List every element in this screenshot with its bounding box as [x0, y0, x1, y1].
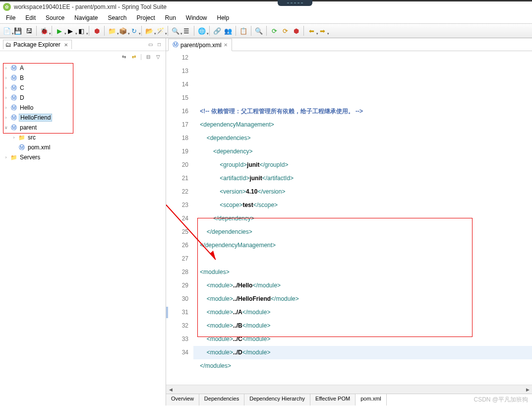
camera-notch	[278, 0, 312, 6]
tree-item-pom.xml[interactable]: Ⓜpom.xml	[0, 142, 166, 152]
task-button[interactable]: 📋	[238, 26, 248, 36]
menu-bar[interactable]: FileEditSourceNavigateSearchProjectRunWi…	[0, 12, 532, 23]
watermark: CSDN @平凡加班狗	[473, 396, 528, 404]
relaunch-button[interactable]: ⟳	[269, 26, 279, 36]
menu-run[interactable]: Run	[161, 13, 180, 22]
menu-window[interactable]: Window	[182, 13, 211, 22]
menu-file[interactable]: File	[2, 13, 19, 22]
tree-item-servers[interactable]: ›📁Servers	[0, 152, 166, 162]
search-button[interactable]: 🔍	[171, 26, 180, 36]
tool-bar[interactable]: 📄 💾 🖫 🐞 ▶ ▶ ◧ ⬢ 📁 📦 ↻ 📂 🪄 🔍 ☰ 🌐 🔗 👥 📋 🔍 …	[0, 23, 532, 38]
tree-item-d[interactable]: ›ⓂD	[0, 93, 166, 103]
tree-item-src[interactable]: ›📁src	[0, 133, 166, 142]
link-button[interactable]: 🔗	[212, 26, 222, 36]
menu-search[interactable]: Search	[104, 13, 130, 22]
horizontal-scrollbar[interactable]: ◀▶	[166, 385, 532, 394]
run-button[interactable]: ▶	[55, 26, 64, 36]
terminate-button[interactable]: ⬢	[291, 26, 301, 36]
package-explorer-view: 🗂 Package Explorer ✕ ▭ □ ⇆ ⇄ | ⊟ ▽ ›ⓂA›Ⓜ…	[0, 38, 166, 406]
bottom-tab-effective-pom[interactable]: Effective POM	[310, 394, 355, 406]
app-icon: ✿	[3, 3, 11, 11]
close-tab-icon[interactable]: ✕	[224, 42, 228, 48]
run-last-button[interactable]: ▶	[65, 26, 75, 36]
view-title: Package Explorer	[13, 41, 60, 48]
collapse-all-icon[interactable]: ⇆	[120, 53, 127, 60]
title-bar: ✿ workspace190401EE - parent/pom.xml - S…	[0, 0, 532, 12]
refresh-button[interactable]: ↻	[129, 26, 139, 36]
view-menu-icon[interactable]: ▽	[155, 53, 162, 60]
tree-item-a[interactable]: ›ⓂA	[0, 63, 166, 73]
wand-button[interactable]: 🪄	[155, 26, 165, 36]
find-button[interactable]: 🔍	[254, 26, 264, 36]
bottom-tab-pom.xml[interactable]: pom.xml	[355, 394, 387, 406]
menu-navigate[interactable]: Navigate	[70, 13, 102, 22]
new-button[interactable]: 📄	[2, 26, 12, 36]
debug-button[interactable]: 🐞	[39, 26, 49, 36]
team-button[interactable]: 👥	[223, 26, 233, 36]
open-type-button[interactable]: 📂	[144, 26, 154, 36]
link-editor-icon[interactable]: ⇄	[130, 53, 137, 60]
new-server-button[interactable]: 📁	[107, 26, 117, 36]
window-title: workspace190401EE - parent/pom.xml - Spr…	[14, 3, 167, 10]
outline-button[interactable]: ☰	[181, 26, 191, 36]
xml-file-icon: Ⓜ	[173, 41, 178, 49]
forward-button[interactable]: ➡	[317, 26, 327, 36]
minimize-icon[interactable]: ▭	[147, 41, 154, 48]
maximize-icon[interactable]: □	[156, 41, 163, 48]
bottom-tab-overview[interactable]: Overview	[166, 394, 199, 406]
skip-button[interactable]: ⟳	[280, 26, 290, 36]
tree-item-c[interactable]: ›ⓂC	[0, 83, 166, 93]
coverage-button[interactable]: ◧	[76, 26, 86, 36]
tree-item-b[interactable]: ›ⓂB	[0, 73, 166, 83]
tree-item-hello[interactable]: ›ⓂHello	[0, 103, 166, 113]
focus-icon[interactable]: ⊟	[145, 53, 152, 60]
back-button[interactable]: ⬅	[306, 26, 316, 36]
tree-item-hellofriend[interactable]: ›ⓂHelloFriend	[0, 113, 166, 123]
package-icon: 🗂	[5, 41, 11, 48]
editor-tab-label: parent/pom.xml	[180, 42, 222, 49]
package-explorer-tab[interactable]: 🗂 Package Explorer ✕	[3, 40, 72, 49]
bottom-tab-dependencies[interactable]: Dependencies	[199, 394, 244, 406]
tree-item-parent[interactable]: ∨Ⓜparent	[0, 123, 166, 133]
menu-project[interactable]: Project	[132, 13, 159, 22]
close-view-icon[interactable]: ✕	[62, 41, 69, 48]
project-tree[interactable]: ›ⓂA›ⓂB›ⓂC›ⓂD›ⓂHello›ⓂHelloFriend∨Ⓜparent…	[0, 62, 166, 163]
menu-edit[interactable]: Edit	[21, 13, 40, 22]
menu-source[interactable]: Source	[42, 13, 68, 22]
save-button[interactable]: 💾	[13, 26, 23, 36]
bottom-tab-dependency-hierarchy[interactable]: Dependency Hierarchy	[244, 394, 310, 406]
stop-button[interactable]: ⬢	[92, 26, 102, 36]
save-all-button[interactable]: 🖫	[24, 26, 34, 36]
code-editor[interactable]: 1213141516171819202122232425262728293031…	[166, 51, 532, 385]
new-package-button[interactable]: 📦	[118, 26, 128, 36]
editor-tab-pom[interactable]: Ⓜ parent/pom.xml ✕	[168, 39, 232, 51]
menu-help[interactable]: Help	[213, 13, 234, 22]
editor-area: Ⓜ parent/pom.xml ✕ 121314151617181920212…	[166, 38, 532, 406]
browser-button[interactable]: 🌐	[197, 26, 207, 36]
